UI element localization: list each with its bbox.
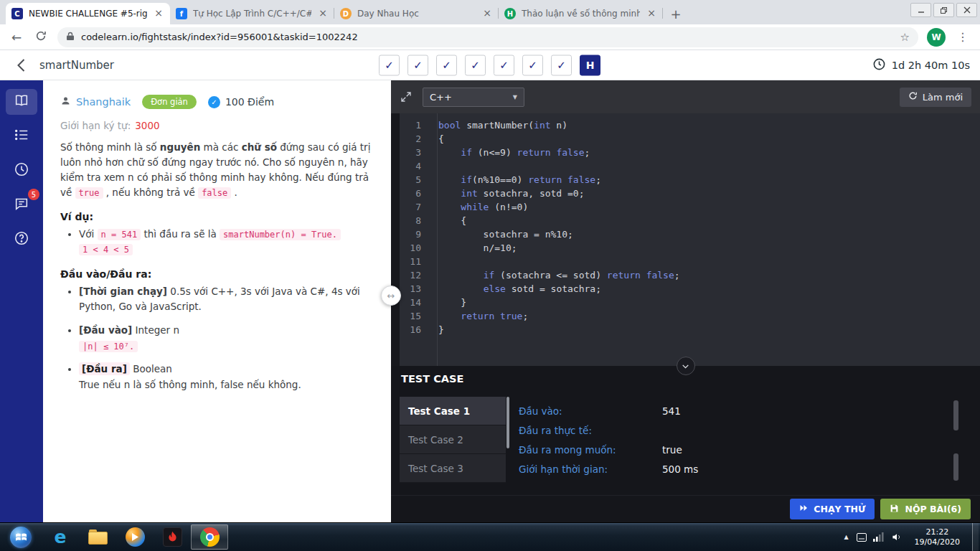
media-player-logo-icon — [126, 527, 145, 547]
sidebar-item-history[interactable] — [6, 158, 37, 184]
window-restore-button[interactable] — [933, 3, 954, 17]
code-line[interactable]: 13 else sotd = sotachra; — [400, 282, 980, 296]
testcase-field-row: Đầu ra mong muốn:true — [519, 440, 951, 459]
code-line[interactable]: 16} — [400, 323, 980, 336]
sidebar-item-lessons[interactable] — [6, 89, 37, 115]
tab-close-icon[interactable]: × — [646, 8, 657, 19]
start-button[interactable] — [0, 523, 42, 551]
testcase-field-label: Đầu ra mong muốn: — [519, 444, 662, 456]
code-line[interactable]: 9 sotachra = n%10; — [400, 227, 980, 241]
expand-editor-icon[interactable] — [400, 90, 413, 103]
sidebar-item-list[interactable] — [6, 123, 37, 149]
example-heading: Ví dụ: — [60, 211, 374, 222]
char-limit: Giới hạn ký tự:3000 — [60, 120, 374, 131]
progress-step-done[interactable]: ✓ — [494, 55, 514, 75]
progress-step-done[interactable]: ✓ — [465, 55, 486, 75]
line-number: 10 — [400, 241, 428, 255]
code-line[interactable]: 10 n/=10; — [400, 241, 980, 255]
page-back-button[interactable] — [17, 59, 25, 72]
code-line[interactable]: 12 if (sotachra <= sotd) return false; — [400, 268, 980, 282]
code-editor[interactable]: 1bool smartNumber(int n)2{3 if (n<=9) re… — [400, 113, 980, 366]
tab-close-icon[interactable]: × — [481, 8, 493, 19]
hidden-icons-arrow[interactable]: ▲ — [842, 534, 849, 540]
sidebar-item-discussion[interactable]: 5 — [6, 192, 37, 218]
code-line[interactable]: 15 return true; — [400, 309, 980, 323]
bookmark-star-icon[interactable]: ☆ — [900, 31, 910, 44]
submit-button[interactable]: NỘP BÀI(6) — [880, 499, 971, 519]
folder-taskbar-icon[interactable] — [79, 523, 116, 551]
back-button[interactable]: ← — [9, 30, 24, 44]
testcase-list-scrollbar[interactable] — [507, 397, 509, 448]
scrollbar-thumb[interactable] — [953, 453, 958, 481]
new-tab-button[interactable]: + — [666, 4, 686, 24]
ie-taskbar-icon[interactable]: e — [42, 523, 79, 551]
line-number: 1 — [400, 118, 428, 132]
refresh-page-icon[interactable] — [33, 30, 49, 44]
url-text: codelearn.io/fightstask/index?id=956001&… — [81, 32, 894, 42]
tab-close-icon[interactable]: × — [317, 8, 329, 19]
code-line[interactable]: 2{ — [400, 132, 980, 146]
code-line[interactable]: 4 — [400, 159, 980, 173]
sidebar-item-help[interactable] — [6, 227, 37, 253]
address-bar[interactable]: codelearn.io/fightstask/index?id=956001&… — [57, 27, 918, 47]
chrome-taskbar-icon[interactable] — [191, 524, 228, 550]
code-text: if (sotachra <= sotd) return false; — [428, 268, 680, 282]
code-line[interactable]: 14 } — [400, 296, 980, 309]
window-minimize-button[interactable] — [910, 3, 931, 17]
testcase-header: TEST CASE — [391, 366, 980, 392]
panel-resize-handle[interactable]: ↔ — [381, 286, 401, 306]
progress-step-done[interactable]: ✓ — [379, 55, 400, 75]
profile-avatar[interactable]: W — [927, 28, 946, 47]
code-line[interactable]: 6 int sotachra, sotd =0; — [400, 187, 980, 200]
progress-step-current[interactable]: H — [580, 55, 600, 75]
testcase-detail-scrollbar[interactable] — [953, 400, 958, 489]
tab-close-icon[interactable]: × — [153, 8, 164, 19]
browser-tab[interactable]: HThảo luận về số thông minh | Thử× — [499, 3, 663, 24]
person-icon — [60, 95, 71, 108]
code-line[interactable]: 8 { — [400, 214, 980, 227]
code-line[interactable]: 11 — [400, 255, 980, 268]
line-number: 15 — [400, 309, 428, 323]
testcase-body: Test Case 1Test Case 2Test Case 3 Đầu và… — [391, 392, 980, 495]
code-line[interactable]: 3 if (n<=9) return false; — [400, 146, 980, 159]
testcase-item[interactable]: Test Case 3 — [400, 454, 506, 483]
history-clock-icon — [14, 161, 29, 180]
help-icon — [14, 230, 29, 249]
network-icon[interactable] — [873, 532, 885, 542]
code-line[interactable]: 7 while (n!=0) — [400, 200, 980, 214]
problem-description: Số thông minh là số nguyên mà các chữ số… — [60, 140, 374, 200]
testcase-item[interactable]: Test Case 1 — [400, 397, 506, 425]
line-number: 12 — [400, 268, 428, 282]
window-close-button[interactable] — [956, 3, 977, 17]
browser-tab[interactable]: CNEWBIE CHALLENGE #5-rightTria× — [6, 3, 170, 24]
author-link[interactable]: Shanghaik — [60, 95, 131, 108]
taskbar-clock[interactable]: 21:22 19/04/2020 — [909, 527, 966, 547]
progress-step-done[interactable]: ✓ — [436, 55, 457, 75]
scrollbar-thumb[interactable] — [953, 400, 958, 430]
show-desktop-button[interactable] — [972, 523, 979, 551]
collapse-panel-button[interactable] — [677, 357, 695, 375]
code-line[interactable]: 1bool smartNumber(int n) — [400, 118, 980, 132]
language-select[interactable]: C++ ▼ — [423, 88, 524, 107]
run-button[interactable]: CHẠY THỬ — [790, 499, 875, 519]
points-icon: ✓ — [208, 96, 220, 108]
testcase-item[interactable]: Test Case 2 — [400, 425, 506, 454]
garena-taskbar-icon[interactable] — [154, 523, 191, 551]
browser-tab[interactable]: DDay Nhau Học× — [334, 3, 499, 24]
browser-tab[interactable]: fTự Học Lập Trình C/C++/C# Căn× — [170, 3, 334, 24]
action-bar: CHẠY THỬ NỘP BÀI(6) — [391, 495, 980, 522]
example-list: Với n = 541 thì đầu ra sẽ là smartNumber… — [60, 227, 374, 258]
volume-icon[interactable] — [891, 532, 903, 542]
action-center-icon[interactable] — [857, 533, 867, 542]
testcase-field-value: 541 — [662, 405, 681, 417]
progress-step-done[interactable]: ✓ — [522, 55, 543, 75]
code-text: sotachra = n%10; — [428, 227, 573, 241]
reset-code-button[interactable]: Làm mới — [900, 88, 971, 107]
progress-buttons: ✓✓✓✓✓✓✓H — [379, 55, 600, 75]
browser-menu-icon[interactable]: ⋮ — [954, 30, 971, 44]
clock-time: 21:22 — [915, 527, 960, 537]
progress-step-done[interactable]: ✓ — [551, 55, 572, 75]
media-player-taskbar-icon[interactable] — [116, 523, 154, 551]
progress-step-done[interactable]: ✓ — [407, 55, 428, 75]
code-line[interactable]: 5 if(n%10==0) return false; — [400, 173, 980, 187]
